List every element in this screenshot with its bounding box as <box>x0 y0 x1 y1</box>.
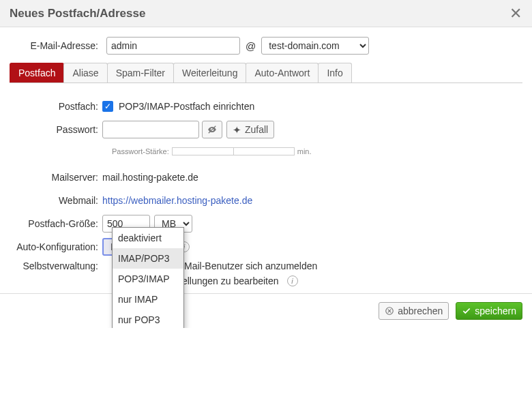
dialog-title: Neues Postfach/Adresse <box>10 7 145 20</box>
strength-label: Passwort-Stärke: <box>112 147 169 155</box>
email-localpart-input[interactable] <box>106 37 240 55</box>
tab-postfach[interactable]: Postfach <box>10 63 64 83</box>
email-label: E-Mail-Adresse: <box>10 40 102 51</box>
mailserver-label: Mailserver: <box>10 172 102 183</box>
strength-suffix: min. <box>297 147 312 155</box>
eye-off-icon <box>207 125 217 134</box>
autoconf-option-pop3-imap[interactable]: POP3/IMAP <box>113 269 183 289</box>
tab-autoantwort[interactable]: Auto-Antwort <box>246 63 319 83</box>
mailserver-value: mail.hosting-pakete.de <box>102 172 198 183</box>
cancel-icon <box>385 306 394 316</box>
tabs: Postfach Aliase Spam-Filter Weiterleitun… <box>10 63 522 83</box>
autoconf-dropdown: deaktiviert IMAP/POP3 POP3/IMAP nur IMAP… <box>112 227 184 328</box>
save-button[interactable]: speichern <box>456 302 522 320</box>
postfach-label: Postfach: <box>10 101 102 112</box>
close-icon: ✕ <box>509 5 522 23</box>
check-icon <box>462 306 471 316</box>
tab-aliase[interactable]: Aliase <box>63 63 107 83</box>
close-button[interactable]: ✕ <box>506 4 525 23</box>
postfach-checkbox-label: POP3/IMAP-Postfach einrichten <box>119 101 254 112</box>
tab-weiterleitung[interactable]: Weiterleitung <box>173 63 246 83</box>
size-label: Postfach-Größe: <box>10 218 102 229</box>
domain-select[interactable]: test-domain.com <box>261 37 369 55</box>
autoconf-option-deaktiviert[interactable]: deaktiviert <box>113 228 183 248</box>
cancel-button[interactable]: abbrechen <box>379 302 449 320</box>
autoconf-label: Auto-Konfiguration: <box>10 241 102 252</box>
autoconf-option-nur-imap[interactable]: nur IMAP <box>113 289 183 310</box>
self-line1: E-Mail-Benutzer sich anzumelden <box>175 260 317 271</box>
self-line2: stellungen zu bearbeiten <box>175 275 279 286</box>
check-icon: ✓ <box>104 102 111 110</box>
webmail-label: Webmail: <box>10 195 102 206</box>
postfach-checkbox[interactable]: ✓ <box>102 101 113 112</box>
zufall-label: Zufall <box>245 124 268 135</box>
wand-icon: ✦ <box>233 125 241 135</box>
email-at-symbol: @ <box>246 40 256 52</box>
self-label: Selbstverwaltung: <box>10 260 102 271</box>
webmail-link[interactable]: https://webmailer.hosting-pakete.de <box>102 195 252 206</box>
autoconf-option-nur-pop3[interactable]: nur POP3 <box>113 310 183 328</box>
autoconf-option-imap-pop3[interactable]: IMAP/POP3 <box>113 248 183 269</box>
password-strength-bar <box>172 147 295 155</box>
zufall-button[interactable]: ✦ Zufall <box>226 121 274 138</box>
tab-info[interactable]: Info <box>318 63 351 83</box>
password-input[interactable] <box>102 121 199 138</box>
save-label: speichern <box>475 305 516 316</box>
toggle-password-visibility-button[interactable] <box>202 121 222 138</box>
help-icon-self[interactable]: i <box>287 275 298 286</box>
tab-spamfilter[interactable]: Spam-Filter <box>107 63 174 83</box>
passwort-label: Passwort: <box>10 124 102 135</box>
cancel-label: abbrechen <box>398 305 443 316</box>
